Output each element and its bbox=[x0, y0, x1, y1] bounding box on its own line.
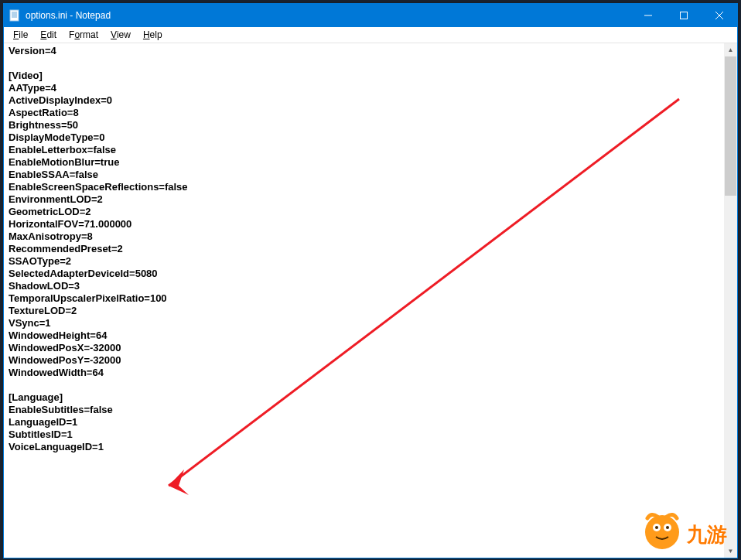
menu-format[interactable]: Format bbox=[63, 28, 104, 42]
menu-edit[interactable]: Edit bbox=[34, 28, 63, 42]
notepad-icon bbox=[9, 9, 21, 22]
vertical-scrollbar[interactable]: ▲ ▼ bbox=[724, 43, 737, 558]
notepad-window: options.ini - Notepad File Edit Format V… bbox=[3, 3, 738, 558]
svg-rect-6 bbox=[681, 12, 688, 19]
menu-view[interactable]: View bbox=[104, 28, 137, 42]
menubar: File Edit Format View Help bbox=[4, 27, 737, 43]
scroll-down-button[interactable]: ▼ bbox=[724, 545, 737, 558]
client-area: Version=4 [Video] AAType=4 ActiveDisplay… bbox=[4, 43, 737, 558]
menu-file[interactable]: File bbox=[7, 28, 34, 42]
text-editor[interactable]: Version=4 [Video] AAType=4 ActiveDisplay… bbox=[4, 43, 724, 558]
minimize-button[interactable] bbox=[630, 4, 666, 27]
menu-help[interactable]: Help bbox=[137, 28, 169, 42]
window-title: options.ini - Notepad bbox=[26, 10, 630, 21]
close-button[interactable] bbox=[702, 4, 737, 27]
titlebar[interactable]: options.ini - Notepad bbox=[4, 4, 737, 27]
maximize-button[interactable] bbox=[666, 4, 702, 27]
window-controls bbox=[630, 4, 737, 27]
scroll-up-button[interactable]: ▲ bbox=[724, 43, 737, 56]
scroll-thumb[interactable] bbox=[725, 56, 736, 196]
